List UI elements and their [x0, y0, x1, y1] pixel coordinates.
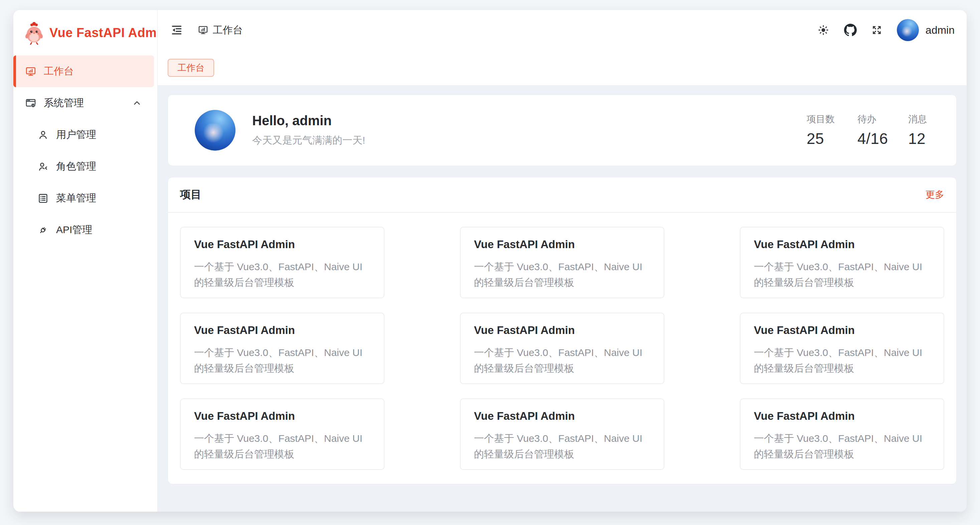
project-description: 一个基于 Vue3.0、FastAPI、Naive UI 的轻量级后台管理模板 [194, 259, 371, 290]
project-title: Vue FastAPI Admin [194, 238, 371, 251]
stat-label: 项目数 [807, 113, 839, 126]
user-menu[interactable]: admin [897, 19, 955, 41]
project-description: 一个基于 Vue3.0、FastAPI、Naive UI 的轻量级后台管理模板 [474, 431, 650, 462]
sidebar-item-label: 工作台 [44, 64, 74, 78]
project-description: 一个基于 Vue3.0、FastAPI、Naive UI 的轻量级后台管理模板 [474, 259, 650, 290]
tab-label: 工作台 [177, 62, 204, 74]
stat-todos: 待办 4/16 [858, 113, 889, 148]
header-actions: admin [817, 19, 960, 41]
projects-title: 项目 [180, 187, 201, 202]
sidebar: Vue FastAPI Admin 工作台 [13, 10, 158, 512]
stat-label: 待办 [858, 113, 889, 126]
app-window: Vue FastAPI Admin 工作台 [13, 10, 967, 512]
workbench-icon [25, 66, 37, 77]
chevron-up-icon [132, 98, 142, 108]
tab-workbench[interactable]: 工作台 [168, 59, 214, 77]
sidebar-item-system[interactable]: 系统管理 [13, 87, 154, 119]
tags-bar: 工作台 [158, 50, 967, 85]
project-title: Vue FastAPI Admin [754, 324, 930, 337]
sidebar-item-label: 菜单管理 [56, 191, 96, 205]
project-title: Vue FastAPI Admin [474, 238, 650, 251]
welcome-text: Hello, admin 今天又是元气满满的一天! [252, 113, 365, 147]
stats-group: 项目数 25 待办 4/16 消息 12 [807, 113, 940, 148]
brand-title: Vue FastAPI Admin [49, 26, 169, 40]
welcome-greeting: Hello, admin [252, 113, 365, 128]
project-description: 一个基于 Vue3.0、FastAPI、Naive UI 的轻量级后台管理模板 [754, 259, 930, 290]
projects-grid: Vue FastAPI Admin 一个基于 Vue3.0、FastAPI、Na… [168, 213, 956, 485]
sidebar-item-roles[interactable]: 角色管理 [13, 151, 154, 182]
project-card: Vue FastAPI Admin 一个基于 Vue3.0、FastAPI、Na… [740, 398, 944, 470]
stat-value: 12 [908, 130, 940, 148]
stat-value: 4/16 [858, 130, 889, 148]
header: 工作台 [158, 10, 967, 50]
menu-fold-icon [170, 24, 183, 37]
projects-header: 项目 更多 [168, 177, 956, 213]
project-card: Vue FastAPI Admin 一个基于 Vue3.0、FastAPI、Na… [460, 313, 664, 384]
github-link-button[interactable] [844, 24, 857, 37]
project-description: 一个基于 Vue3.0、FastAPI、Naive UI 的轻量级后台管理模板 [194, 345, 371, 376]
project-card: Vue FastAPI Admin 一个基于 Vue3.0、FastAPI、Na… [180, 227, 385, 298]
breadcrumb[interactable]: 工作台 [198, 23, 243, 37]
sidebar-item-workbench[interactable]: 工作台 [13, 56, 154, 87]
main-area: 工作台 [158, 10, 967, 512]
projects-card: 项目 更多 Vue FastAPI Admin 一个基于 Vue3.0、Fast… [168, 177, 957, 484]
project-card: Vue FastAPI Admin 一个基于 Vue3.0、FastAPI、Na… [180, 313, 385, 384]
welcome-card: Hello, admin 今天又是元气满满的一天! 项目数 25 待办 4/16… [168, 94, 957, 166]
chick-logo-icon [23, 21, 45, 45]
project-card: Vue FastAPI Admin 一个基于 Vue3.0、FastAPI、Na… [180, 398, 385, 470]
sidebar-item-users[interactable]: 用户管理 [13, 119, 154, 151]
project-title: Vue FastAPI Admin [474, 324, 650, 337]
sidebar-item-label: API管理 [56, 223, 92, 237]
theme-toggle-button[interactable] [817, 24, 829, 36]
collapse-sidebar-button[interactable] [170, 24, 183, 37]
sidebar-item-label: 角色管理 [56, 160, 96, 173]
project-title: Vue FastAPI Admin [754, 410, 930, 422]
project-description: 一个基于 Vue3.0、FastAPI、Naive UI 的轻量级后台管理模板 [754, 431, 930, 462]
stat-projects: 项目数 25 [807, 113, 839, 148]
sun-icon [817, 24, 829, 36]
project-card: Vue FastAPI Admin 一个基于 Vue3.0、FastAPI、Na… [460, 227, 664, 298]
project-description: 一个基于 Vue3.0、FastAPI、Naive UI 的轻量级后台管理模板 [754, 345, 930, 376]
sidebar-item-label: 用户管理 [56, 128, 96, 142]
menu-icon [37, 193, 49, 204]
project-title: Vue FastAPI Admin [194, 324, 371, 337]
project-description: 一个基于 Vue3.0、FastAPI、Naive UI 的轻量级后台管理模板 [194, 431, 371, 462]
project-card: Vue FastAPI Admin 一个基于 Vue3.0、FastAPI、Na… [740, 227, 944, 298]
avatar [897, 19, 919, 41]
stat-messages: 消息 12 [908, 113, 940, 148]
projects-more-link[interactable]: 更多 [926, 188, 944, 201]
project-description: 一个基于 Vue3.0、FastAPI、Naive UI 的轻量级后台管理模板 [474, 345, 650, 376]
api-icon [37, 224, 49, 236]
sidebar-item-menus[interactable]: 菜单管理 [13, 182, 154, 214]
project-title: Vue FastAPI Admin [754, 238, 930, 251]
project-title: Vue FastAPI Admin [194, 410, 371, 422]
project-title: Vue FastAPI Admin [474, 410, 650, 422]
fullscreen-expand-icon [872, 25, 882, 35]
breadcrumb-label: 工作台 [213, 23, 243, 37]
sidebar-item-api[interactable]: API管理 [13, 214, 154, 246]
sidebar-item-label: 系统管理 [44, 96, 84, 110]
welcome-message: 今天又是元气满满的一天! [252, 134, 365, 147]
brand-logo: Vue FastAPI Admin [13, 10, 158, 56]
github-icon [844, 24, 857, 37]
project-card: Vue FastAPI Admin 一个基于 Vue3.0、FastAPI、Na… [460, 398, 664, 470]
workbench-icon [198, 25, 208, 35]
fullscreen-button[interactable] [872, 25, 882, 35]
user-icon [37, 129, 49, 141]
project-card: Vue FastAPI Admin 一个基于 Vue3.0、FastAPI、Na… [740, 313, 944, 384]
sidebar-menu: 工作台 [13, 56, 158, 246]
system-icon [25, 97, 37, 109]
user-avatar-large [195, 110, 235, 151]
content-area: Hello, admin 今天又是元气满满的一天! 项目数 25 待办 4/16… [158, 85, 967, 512]
username: admin [926, 24, 955, 37]
role-icon [37, 161, 49, 172]
stat-label: 消息 [908, 113, 940, 126]
stat-value: 25 [807, 130, 839, 148]
